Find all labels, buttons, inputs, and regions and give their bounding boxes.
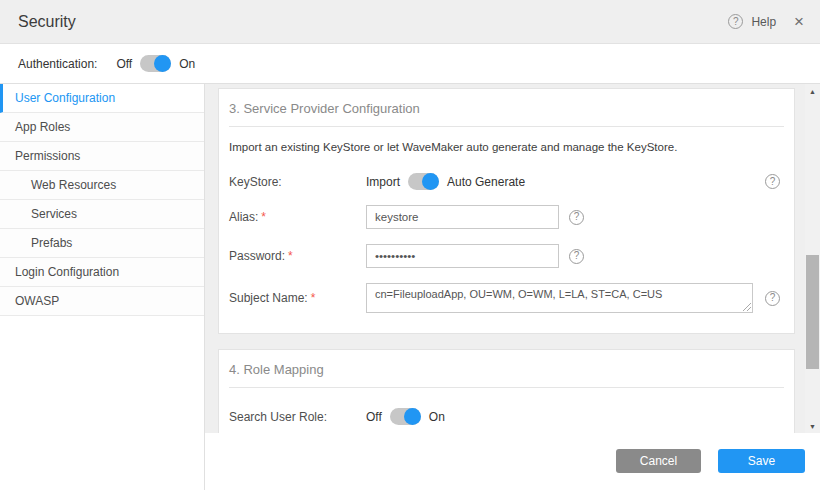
sidebar-item-label: User Configuration [15,91,115,105]
section-title: 4. Role Mapping [229,362,784,377]
alias-label-text: Alias: [229,210,258,224]
required-asterisk: * [311,291,316,305]
toggle-knob [422,173,439,190]
password-label-text: Password: [229,249,285,263]
sidebar-item-app-roles[interactable]: App Roles [0,113,204,142]
search-user-role-toggle[interactable] [390,408,421,425]
sidebar-item-label: Services [31,207,77,221]
authentication-off-label: Off [116,57,132,71]
alias-label: Alias:* [229,210,366,224]
sidebar-item-login-configuration[interactable]: Login Configuration [0,258,204,287]
save-button[interactable]: Save [718,449,805,473]
scroll-content: 3. Service Provider Configuration Import… [205,84,820,433]
authentication-row: Authentication: Off On [0,44,820,84]
service-provider-configuration-panel: 3. Service Provider Configuration Import… [218,88,795,334]
subject-name-textarea-wrap: cn=FileuploadApp, OU=WM, O=WM, L=LA, ST=… [366,283,753,313]
scroll-up-icon[interactable]: ▲ [805,84,820,98]
subject-name-row: Subject Name:* cn=FileuploadApp, OU=WM, … [229,283,784,313]
authentication-label: Authentication: [18,57,97,71]
toggle-knob [154,55,171,72]
sidebar-item-user-configuration[interactable]: User Configuration [0,84,204,113]
keystore-help-icon[interactable]: ? [765,174,780,189]
required-asterisk: * [288,249,293,263]
search-user-role-label: Search User Role: [229,410,366,424]
password-row: Password:* ? [229,244,784,268]
search-user-role-off-label: Off [366,410,382,424]
vertical-scrollbar[interactable]: ▲ ▼ [805,84,820,433]
scrollbar-thumb[interactable] [806,255,819,369]
security-dialog: Security ? Help × Authentication: Off On… [0,0,820,490]
sidebar-item-label: OWASP [15,294,59,308]
section-title: 3. Service Provider Configuration [229,101,784,116]
scroll-down-icon[interactable]: ▼ [805,419,820,433]
sidebar-item-label: Web Resources [31,178,116,192]
sidebar-item-services[interactable]: Services [0,200,204,229]
toggle-knob [404,408,421,425]
role-mapping-panel: 4. Role Mapping Search User Role: Off On [218,349,795,433]
help-icon[interactable]: ? [728,14,743,29]
alias-help-icon[interactable]: ? [569,210,584,225]
alias-row: Alias:* ? [229,205,784,229]
sidebar-item-label: Login Configuration [15,265,119,279]
sidebar-item-web-resources[interactable]: Web Resources [0,171,204,200]
cancel-button[interactable]: Cancel [616,449,701,473]
section-divider [229,126,784,127]
dialog-footer: Cancel Save [205,433,820,490]
search-user-role-on-label: On [429,410,445,424]
keystore-toggle[interactable] [408,173,439,190]
sidebar-item-label: Permissions [15,149,80,163]
help-link[interactable]: Help [751,15,776,29]
keystore-toggle-group: Import Auto Generate [366,173,525,190]
authentication-on-label: On [179,57,195,71]
subject-name-label: Subject Name:* [229,291,366,305]
subject-name-textarea[interactable]: cn=FileuploadApp, OU=WM, O=WM, L=LA, ST=… [366,283,753,313]
keystore-description: Import an existing KeyStore or let WaveM… [229,141,784,153]
dialog-body: User Configuration App Roles Permissions… [0,84,820,490]
section-divider [229,387,784,388]
sidebar-item-label: Prefabs [31,236,72,250]
required-asterisk: * [261,210,266,224]
password-input[interactable] [366,244,559,268]
close-icon[interactable]: × [794,13,804,30]
search-user-role-toggle-group: Off On [366,408,445,425]
subject-name-label-text: Subject Name: [229,291,308,305]
password-label: Password:* [229,249,366,263]
security-sidebar: User Configuration App Roles Permissions… [0,84,205,490]
keystore-label: KeyStore: [229,175,366,189]
keystore-import-label: Import [366,175,400,189]
keystore-auto-generate-label: Auto Generate [447,175,525,189]
search-user-role-row: Search User Role: Off On [229,408,784,425]
main-area: 3. Service Provider Configuration Import… [205,84,820,490]
sidebar-item-permissions[interactable]: Permissions [0,142,204,171]
authentication-toggle[interactable] [140,55,171,72]
titlebar: Security ? Help × [0,0,820,44]
resize-grip-icon[interactable] [743,303,751,311]
keystore-row: KeyStore: Import Auto Generate ? [229,173,784,190]
titlebar-actions: ? Help × [728,13,804,30]
sidebar-item-label: App Roles [15,120,70,134]
password-help-icon[interactable]: ? [569,249,584,264]
sidebar-item-owasp[interactable]: OWASP [0,287,204,316]
alias-input[interactable] [366,205,559,229]
sidebar-item-prefabs[interactable]: Prefabs [0,229,204,258]
subject-name-help-icon[interactable]: ? [765,291,780,306]
page-title: Security [18,13,76,31]
